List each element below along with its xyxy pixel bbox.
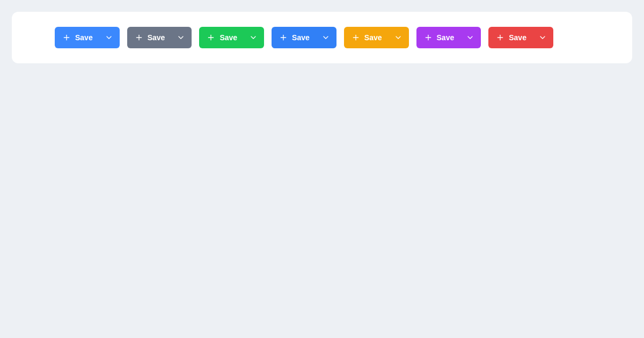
save-button-main[interactable]: Save xyxy=(496,33,526,42)
chevron-down-icon xyxy=(249,33,258,42)
save-button-label: Save xyxy=(509,33,526,42)
plus-icon xyxy=(496,33,504,42)
dropdown-toggle[interactable] xyxy=(105,33,113,42)
save-button-main[interactable]: Save xyxy=(352,33,382,42)
save-button-label: Save xyxy=(148,33,165,42)
button-showcase-card: Save Save Save xyxy=(12,12,632,63)
dropdown-toggle[interactable] xyxy=(177,33,185,42)
dropdown-toggle[interactable] xyxy=(394,33,402,42)
plus-icon xyxy=(352,33,360,42)
save-button-label: Save xyxy=(219,33,237,42)
chevron-down-icon xyxy=(394,33,402,42)
save-button-main[interactable]: Save xyxy=(135,33,165,42)
chevron-down-icon xyxy=(177,33,185,42)
save-split-button-purple[interactable]: Save xyxy=(416,27,481,48)
save-split-button-danger[interactable]: Save xyxy=(488,27,553,48)
save-button-label: Save xyxy=(292,33,310,42)
save-button-label: Save xyxy=(75,33,93,42)
chevron-down-icon xyxy=(321,33,330,42)
save-split-button-success[interactable]: Save xyxy=(199,27,264,48)
save-split-button-primary[interactable]: Save xyxy=(55,27,120,48)
save-split-button-secondary[interactable]: Save xyxy=(127,27,192,48)
save-split-button-warning[interactable]: Save xyxy=(344,27,409,48)
chevron-down-icon xyxy=(466,33,474,42)
save-button-main[interactable]: Save xyxy=(207,33,237,42)
plus-icon xyxy=(424,33,433,42)
save-button-main[interactable]: Save xyxy=(424,33,455,42)
plus-icon xyxy=(62,33,71,42)
chevron-down-icon xyxy=(538,33,547,42)
dropdown-toggle[interactable] xyxy=(321,33,330,42)
save-button-label: Save xyxy=(437,33,455,42)
dropdown-toggle[interactable] xyxy=(538,33,547,42)
plus-icon xyxy=(207,33,215,42)
save-button-main[interactable]: Save xyxy=(62,33,93,42)
plus-icon xyxy=(135,33,143,42)
chevron-down-icon xyxy=(105,33,113,42)
save-split-button-info[interactable]: Save xyxy=(272,27,336,48)
dropdown-toggle[interactable] xyxy=(466,33,474,42)
dropdown-toggle[interactable] xyxy=(249,33,258,42)
save-button-main[interactable]: Save xyxy=(279,33,310,42)
plus-icon xyxy=(279,33,288,42)
save-button-label: Save xyxy=(364,33,382,42)
